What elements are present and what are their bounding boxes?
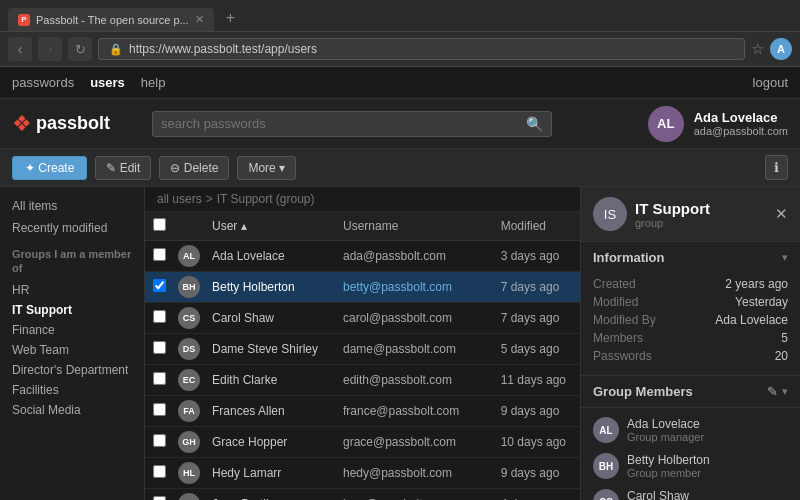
sidebar-item-all[interactable]: All items [6,195,138,217]
row-avatar-cell: FA [174,396,204,427]
panel-edit-icon[interactable]: ✎ [767,384,778,399]
panel-passwords-row: Passwords 20 [593,347,788,365]
back-button[interactable]: ‹ [8,37,32,61]
delete-button[interactable]: ⊖ Delete [159,156,229,180]
row-checkbox[interactable] [153,279,166,292]
sidebar-item-hr[interactable]: HR [6,280,138,300]
browser-star-icon[interactable]: ☆ [751,40,764,58]
user-details: Ada Lovelace ada@passbolt.com [694,110,788,137]
row-checkbox-cell[interactable] [145,334,174,365]
content-area: all users > IT Support (group) User ▴ Us… [145,187,580,500]
sidebar-item-recent[interactable]: Recently modified [6,217,138,239]
browser-navbar: ‹ › ↻ 🔒 https://www.passbolt.test/app/us… [0,32,800,67]
row-checkbox[interactable] [153,341,166,354]
browser-user-icon[interactable]: A [770,38,792,60]
row-modified: 7 days ago [493,272,580,303]
sidebar-item-webteam[interactable]: Web Team [6,340,138,360]
table-row[interactable]: JB Jean Bartik jean@passbolt.com 4 days … [145,489,580,501]
logo-text: passbolt [36,113,110,134]
col-modified-header[interactable]: Modified [493,212,580,241]
row-checkbox-cell[interactable] [145,365,174,396]
row-username: edith@passbolt.com [335,365,493,396]
reload-button[interactable]: ↻ [68,37,92,61]
row-name: Frances Allen [204,396,335,427]
sidebar-item-directors[interactable]: Director's Department [6,360,138,380]
row-checkbox-cell[interactable] [145,241,174,272]
sidebar-item-itsupport[interactable]: IT Support [6,300,138,320]
row-modified: 4 days ago [493,489,580,501]
table-row[interactable]: GH Grace Hopper grace@passbolt.com 10 da… [145,427,580,458]
row-checkbox-cell[interactable] [145,272,174,303]
modified-by-label: Modified By [593,313,656,327]
breadcrumb-current: IT Support (group) [217,192,315,206]
row-modified: 9 days ago [493,396,580,427]
row-checkbox[interactable] [153,248,166,261]
table-row[interactable]: DS Dame Steve Shirley dame@passbolt.com … [145,334,580,365]
table-row[interactable]: AL Ada Lovelace ada@passbolt.com 3 days … [145,241,580,272]
row-checkbox-cell[interactable] [145,489,174,501]
row-checkbox[interactable] [153,372,166,385]
row-modified: 7 days ago [493,303,580,334]
more-button[interactable]: More ▾ [237,156,296,180]
table-container: User ▴ Username Modified AL Ada Lovelace… [145,212,580,500]
nav-passwords[interactable]: passwords [12,75,74,90]
row-checkbox-cell[interactable] [145,396,174,427]
row-name: Hedy Lamarr [204,458,335,489]
tab-close-icon[interactable]: ✕ [195,13,204,26]
search-input[interactable] [161,116,526,131]
row-checkbox-cell[interactable] [145,427,174,458]
row-checkbox[interactable] [153,403,166,416]
avatar: FA [178,400,200,422]
row-checkbox[interactable] [153,465,166,478]
info-button[interactable]: ℹ [765,155,788,180]
browser-tab[interactable]: P Passbolt - The open source p... ✕ [8,8,214,31]
select-all-checkbox[interactable] [153,218,166,231]
row-username: ada@passbolt.com [335,241,493,272]
tab-favicon: P [18,14,30,26]
panel-group-type: group [635,217,775,229]
create-button[interactable]: ✦ Create [12,156,87,180]
avatar: EC [178,369,200,391]
sidebar-item-facilities[interactable]: Facilities [6,380,138,400]
url-bar[interactable]: 🔒 https://www.passbolt.test/app/users [98,38,745,60]
breadcrumb-all-users[interactable]: all users [157,192,202,206]
table-row[interactable]: EC Edith Clarke edith@passbolt.com 11 da… [145,365,580,396]
col-checkbox [145,212,174,241]
forward-button[interactable]: › [38,37,62,61]
row-modified: 10 days ago [493,427,580,458]
panel-title-area: IT Support group [635,200,775,229]
panel-info-chevron: ▾ [782,251,788,264]
panel-info-header[interactable]: Information ▾ [581,242,800,273]
panel-member: BH Betty Holberton Group member [593,448,788,484]
row-checkbox[interactable] [153,310,166,323]
col-username-header[interactable]: Username [335,212,493,241]
table-row[interactable]: BH Betty Holberton betty@passbolt.com 7 … [145,272,580,303]
new-tab-button[interactable]: + [218,5,243,31]
col-user-header[interactable]: User ▴ [204,212,335,241]
sidebar-item-social[interactable]: Social Media [6,400,138,420]
member-name: Betty Holberton [627,453,710,467]
edit-button[interactable]: ✎ Edit [95,156,151,180]
row-username: france@passbolt.com [335,396,493,427]
sidebar-item-finance[interactable]: Finance [6,320,138,340]
breadcrumb: all users > IT Support (group) [145,187,580,212]
member-role: Group member [627,467,710,479]
users-table: User ▴ Username Modified AL Ada Lovelace… [145,212,580,500]
nav-help[interactable]: help [141,75,166,90]
panel-close-button[interactable]: ✕ [775,205,788,223]
row-checkbox-cell[interactable] [145,458,174,489]
row-checkbox[interactable] [153,496,166,500]
row-checkbox-cell[interactable] [145,303,174,334]
nav-users[interactable]: users [90,75,125,90]
row-username: hedy@passbolt.com [335,458,493,489]
panel-member: AL Ada Lovelace Group manager [593,412,788,448]
table-row[interactable]: CS Carol Shaw carol@passbolt.com 7 days … [145,303,580,334]
search-button[interactable]: 🔍 [526,116,543,132]
panel-info-section: Information ▾ Created 2 years ago Modifi… [581,242,800,376]
row-name: Betty Holberton [204,272,335,303]
row-checkbox[interactable] [153,434,166,447]
logout-button[interactable]: logout [753,75,788,90]
table-row[interactable]: FA Frances Allen france@passbolt.com 9 d… [145,396,580,427]
table-row[interactable]: HL Hedy Lamarr hedy@passbolt.com 9 days … [145,458,580,489]
member-avatar: AL [593,417,619,443]
